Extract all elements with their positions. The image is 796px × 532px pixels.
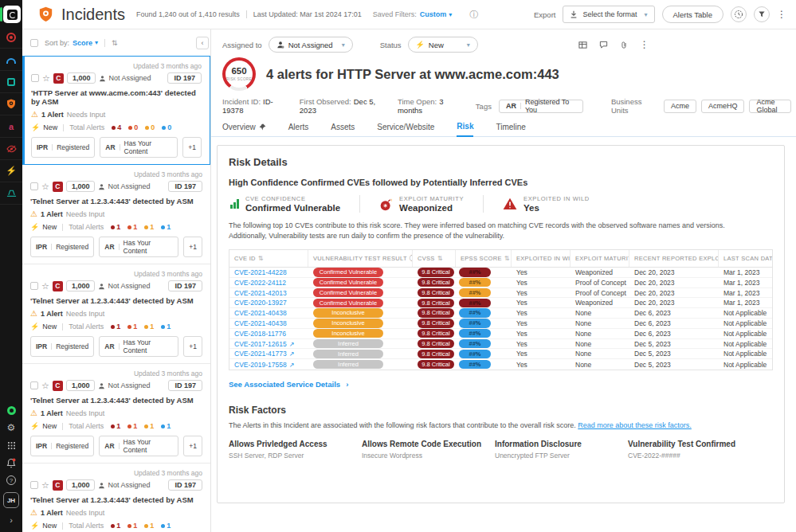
cve-link[interactable]: CVE-2021-40438 bbox=[234, 309, 287, 317]
star-icon[interactable]: ☆ bbox=[41, 481, 49, 490]
detail-tab[interactable]: Assets bbox=[331, 122, 355, 136]
business-unit-badge[interactable]: AcmeHQ bbox=[701, 100, 745, 113]
more-tags-badge[interactable]: +1 bbox=[183, 336, 202, 357]
column-header[interactable]: CVSS ⓘ ⇅ bbox=[413, 250, 456, 267]
kebab-menu-icon[interactable]: ⋮ bbox=[640, 39, 649, 50]
kebab-menu-icon[interactable]: ⋮ bbox=[777, 9, 786, 20]
business-unit-badge[interactable]: Acme Global bbox=[749, 100, 791, 113]
incident-card[interactable]: Updated 3 months ago ☆ C 1,000 Not Assig… bbox=[22, 165, 210, 264]
incident-title[interactable]: 'Telnet Server at 1.2.3.4:443' detected … bbox=[30, 495, 202, 504]
column-header[interactable]: RECENT REPORTED EXPLOIT DATE ⓘ ⇅ bbox=[629, 250, 719, 267]
card-checkbox[interactable] bbox=[31, 74, 39, 82]
cve-table-row[interactable]: CVE-2018-11776↗ Inconclusive 9.8 Critica… bbox=[229, 329, 772, 339]
incident-title[interactable]: 'Telnet Server at 1.2.3.4:443' detected … bbox=[30, 296, 202, 305]
cve-link[interactable]: CVE-2022-24112 bbox=[234, 279, 286, 287]
sidebar-module-eye[interactable] bbox=[0, 138, 22, 160]
saved-filters-value[interactable]: Custom bbox=[420, 10, 447, 18]
card-checkbox[interactable] bbox=[30, 481, 38, 489]
tag-badge[interactable]: IPRRegistered bbox=[30, 336, 94, 357]
tag-badge[interactable]: ARHas Your Content bbox=[99, 237, 178, 257]
sidebar-module-a[interactable]: a bbox=[0, 115, 22, 138]
incident-card[interactable]: Updated 3 months ago ☆ C 1,000 Not Assig… bbox=[22, 56, 210, 165]
incident-title[interactable]: 'Telnet Server at 1.2.3.4:443' detected … bbox=[30, 197, 202, 205]
collapse-list-button[interactable]: ‹ bbox=[196, 37, 209, 49]
column-header[interactable]: EPSS SCORE ⓘ ⇅ bbox=[456, 250, 512, 267]
history-button[interactable] bbox=[731, 6, 747, 22]
sidebar-module-arc[interactable] bbox=[0, 49, 22, 71]
sort-by-value[interactable]: Score bbox=[73, 39, 92, 47]
cve-link[interactable]: CVE-2021-44228 bbox=[234, 268, 287, 276]
external-link-icon[interactable]: ↗ bbox=[289, 341, 295, 348]
sidebar-module-hat[interactable] bbox=[0, 182, 22, 205]
sort-icon[interactable]: ⇅ bbox=[437, 255, 443, 262]
cve-link[interactable]: CVE-2021-42013 bbox=[234, 289, 287, 297]
select-all-checkbox[interactable] bbox=[30, 39, 38, 47]
export-format-select[interactable]: Select the format ▾ bbox=[563, 6, 654, 23]
tag-badge[interactable]: IPRRegistered bbox=[30, 237, 94, 257]
cve-table-row[interactable]: CVE-2022-24112↗ Confirmed Vulnerable 9.8… bbox=[229, 278, 772, 288]
more-tags-badge[interactable]: +1 bbox=[182, 137, 202, 158]
star-icon[interactable]: ☆ bbox=[42, 74, 50, 83]
card-checkbox[interactable] bbox=[30, 282, 38, 290]
assignee-dropdown[interactable]: Not Assigned ▾ bbox=[269, 37, 353, 53]
cve-table-row[interactable]: CVE-2021-40438↗ Inconclusive 9.8 Critica… bbox=[229, 308, 772, 319]
column-header[interactable]: EXPLOIT MATURITY ⓘ ⇅ bbox=[571, 250, 629, 267]
sort-icon[interactable]: ⇅ bbox=[258, 255, 264, 262]
star-icon[interactable]: ☆ bbox=[41, 282, 49, 291]
apps-grid-button[interactable] bbox=[0, 436, 22, 454]
comment-icon[interactable] bbox=[599, 41, 608, 49]
cortex-logo[interactable] bbox=[3, 6, 21, 23]
column-header[interactable]: VULNERABILITY TEST RESULT ⓘ ⇅ bbox=[308, 250, 413, 267]
filter-button[interactable] bbox=[754, 6, 770, 22]
cve-table-row[interactable]: CVE-2021-44228↗ Confirmed Vulnerable 9.8… bbox=[229, 268, 772, 278]
incident-card[interactable]: Updated 3 months ago ☆ C 1,000 Not Assig… bbox=[22, 464, 210, 532]
tag-badge[interactable]: ARHas Your Content bbox=[100, 137, 178, 158]
card-checkbox[interactable] bbox=[30, 182, 38, 190]
more-tags-badge[interactable]: +1 bbox=[183, 436, 202, 456]
star-icon[interactable]: ☆ bbox=[41, 381, 49, 390]
paperclip-icon[interactable] bbox=[620, 41, 628, 49]
incident-card[interactable]: Updated 3 months ago ☆ C 1,000 Not Assig… bbox=[22, 264, 210, 364]
incident-title[interactable]: 'HTTP Server at www.acme.com:443' detect… bbox=[31, 88, 202, 106]
external-link-icon[interactable]: ↗ bbox=[289, 350, 295, 358]
cve-table-row[interactable]: CVE-2020-13927↗ Confirmed Vulnerable 9.8… bbox=[229, 298, 772, 308]
tag-badge[interactable]: ARRegistered To You bbox=[499, 100, 583, 113]
cve-link[interactable]: CVE-2021-40438 bbox=[234, 319, 287, 327]
column-header[interactable]: LAST SCAN DATE ⓘ ⇅ bbox=[719, 250, 772, 267]
see-service-details-link[interactable]: See Associated Service Details › bbox=[229, 380, 348, 389]
tag-badge[interactable]: IPRRegistered bbox=[31, 137, 95, 158]
alerts-table-button[interactable]: Alerts Table bbox=[662, 6, 723, 23]
settings-button[interactable]: ⚙ bbox=[0, 419, 22, 436]
tag-badge[interactable]: ARHas Your Content bbox=[99, 336, 178, 357]
chevron-down-icon[interactable]: ▾ bbox=[95, 39, 98, 46]
sidebar-module-shield[interactable] bbox=[0, 93, 22, 115]
status-dropdown[interactable]: ⚡ New ▾ bbox=[408, 37, 478, 53]
cve-link[interactable]: CVE-2020-13927 bbox=[234, 299, 287, 307]
tag-badge[interactable]: IPRRegistered bbox=[30, 436, 94, 456]
detail-tab[interactable]: Alerts bbox=[288, 122, 309, 136]
tag-badge[interactable]: ARHas Your Content bbox=[99, 436, 178, 456]
detail-tab[interactable]: Timeline bbox=[496, 122, 525, 136]
cve-link[interactable]: CVE-2019-17558 bbox=[234, 361, 287, 369]
detail-tab[interactable]: Risk bbox=[457, 122, 473, 137]
detail-tab[interactable]: Overview bbox=[222, 122, 266, 136]
cve-link[interactable]: CVE-2018-11776 bbox=[234, 330, 286, 338]
incident-card[interactable]: Updated 3 months ago ☆ C 1,000 Not Assig… bbox=[22, 364, 210, 464]
status-ring[interactable] bbox=[0, 401, 22, 419]
cve-table-row[interactable]: CVE-2021-42013↗ Confirmed Vulnerable 9.8… bbox=[229, 288, 772, 299]
sort-icon[interactable]: ⇅ bbox=[504, 255, 510, 262]
help-button[interactable]: ? bbox=[0, 471, 22, 489]
cve-table-row[interactable]: CVE-2019-17558↗ Inferred 9.8 Critical ##… bbox=[229, 359, 772, 370]
table-icon[interactable] bbox=[578, 41, 587, 49]
star-icon[interactable]: ☆ bbox=[41, 182, 49, 191]
card-checkbox[interactable] bbox=[30, 381, 38, 389]
external-link-icon[interactable]: ↗ bbox=[289, 362, 295, 369]
info-icon[interactable]: ⓘ bbox=[469, 9, 478, 21]
sidebar-module-target[interactable] bbox=[0, 26, 22, 49]
cve-table-row[interactable]: CVE-2021-41773↗ Inferred 9.8 Critical ##… bbox=[229, 349, 772, 359]
cve-link[interactable]: CVE-2021-41773 bbox=[234, 350, 287, 358]
business-unit-badge[interactable]: Acme bbox=[664, 100, 696, 113]
detail-tab[interactable]: Service/Website bbox=[377, 122, 434, 136]
more-tags-badge[interactable]: +1 bbox=[183, 237, 202, 257]
risk-factors-link[interactable]: Read more about these risk factors. bbox=[578, 421, 692, 429]
